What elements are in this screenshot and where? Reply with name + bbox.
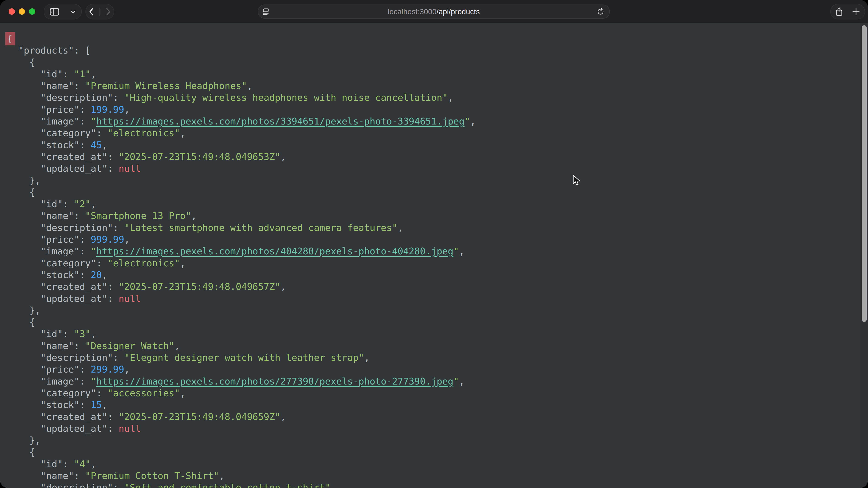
reload-icon [597, 8, 604, 16]
chevron-left-icon [89, 8, 94, 15]
page-format-icon [262, 8, 269, 15]
json-null-value: null [119, 293, 141, 304]
json-line: "category": "electronics", [7, 127, 868, 139]
json-line: "stock": 15, [7, 399, 868, 411]
json-string-value: "Designer Watch" [85, 340, 175, 351]
json-line: "id": "2", [7, 198, 868, 210]
plus-icon [852, 8, 860, 16]
json-line: { [7, 33, 868, 44]
new-tab-button[interactable] [852, 8, 860, 16]
minimize-window-button[interactable] [19, 8, 25, 15]
sidebar-options-button[interactable] [70, 10, 76, 13]
scrollbar-thumb[interactable] [862, 25, 867, 322]
json-string-value: "Soft and comfortable cotton t-shirt" [124, 482, 331, 488]
forward-button[interactable] [106, 8, 111, 15]
url-path: /api/products [436, 7, 480, 16]
json-null-value: null [119, 163, 141, 174]
json-string-value: "Premium Wireless Headphones" [85, 80, 247, 91]
safari-window: localhost:3000/api/products [0, 0, 868, 488]
json-string-value: "Smartphone 13 Pro" [85, 210, 191, 221]
json-url-link[interactable]: https://images.pexels.com/photos/404280/… [96, 246, 454, 257]
json-line: "name": "Designer Watch", [7, 340, 868, 352]
json-null-value: null [119, 423, 141, 434]
json-code: { "products": [ { "id": "1", "name": "Pr… [0, 23, 868, 488]
nav-divider [99, 8, 100, 16]
json-string-value: "electronics" [107, 258, 180, 269]
json-string-value: "Elegant designer watch with leather str… [124, 352, 364, 363]
json-line: "stock": 45, [7, 139, 868, 151]
json-string-value: "electronics" [107, 128, 180, 138]
json-line: "updated_at": null [7, 293, 868, 304]
json-number-value: 999.99 [91, 234, 124, 245]
json-line: }, [7, 434, 868, 446]
json-line: "id": "1", [7, 68, 868, 80]
json-line: "image": "https://images.pexels.com/phot… [7, 246, 868, 257]
url-host: localhost:3000 [388, 7, 436, 16]
json-number-value: 199.99 [91, 104, 124, 115]
root-brace-highlight: { [5, 32, 15, 45]
json-line: "name": "Smartphone 13 Pro", [7, 210, 868, 222]
json-string-value: "2025-07-23T15:49:48.049653Z" [119, 151, 281, 162]
back-button[interactable] [89, 8, 94, 15]
right-button-group [830, 4, 865, 20]
json-line: "updated_at": null [7, 423, 868, 434]
sidebar-button-group [43, 4, 82, 20]
traffic-lights [8, 8, 35, 15]
json-line: "price": 999.99, [7, 234, 868, 246]
json-line: { [7, 446, 868, 458]
json-line: "created_at": "2025-07-23T15:49:48.04965… [7, 411, 868, 423]
json-line: "created_at": "2025-07-23T15:49:48.04965… [7, 281, 868, 293]
json-string-value: "High-quality wireless headphones with n… [124, 92, 448, 103]
url-text: localhost:3000/api/products [258, 7, 610, 16]
json-string-value: "Latest smartphone with advanced camera … [124, 222, 398, 233]
json-number-value: 45 [91, 140, 102, 151]
json-url-link[interactable]: https://images.pexels.com/photos/3394651… [96, 116, 465, 127]
json-line: { [7, 316, 868, 328]
json-string-value: "3" [74, 328, 91, 339]
page-format-button[interactable] [262, 5, 269, 18]
json-number-value: 20 [91, 269, 102, 281]
json-line: { [7, 57, 868, 68]
chevron-down-icon [70, 10, 76, 13]
address-bar[interactable]: localhost:3000/api/products [258, 4, 610, 19]
json-string-value: "2025-07-23T15:49:48.049659Z" [119, 412, 281, 422]
sidebar-icon [50, 8, 59, 15]
json-line: "name": "Premium Wireless Headphones", [7, 80, 868, 92]
json-line: }, [7, 304, 868, 316]
close-window-button[interactable] [8, 8, 15, 15]
json-number-value: 299.99 [91, 364, 124, 375]
json-line: "description": "Soft and comfortable cot… [7, 482, 868, 488]
json-url-link[interactable]: https://images.pexels.com/photos/277390/… [96, 376, 454, 387]
json-line: "id": "4", [7, 458, 868, 470]
page-content: { "products": [ { "id": "1", "name": "Pr… [0, 23, 868, 488]
json-string-value: "Premium Cotton T-Shirt" [85, 470, 219, 481]
json-line: "price": 199.99, [7, 104, 868, 116]
chevron-right-icon [106, 8, 111, 15]
json-line: "price": 299.99, [7, 363, 868, 375]
zoom-window-button[interactable] [29, 8, 35, 15]
json-line: { [7, 186, 868, 198]
json-line: "name": "Premium Cotton T-Shirt", [7, 470, 868, 482]
scrollbar-track[interactable] [860, 23, 868, 488]
json-line: "updated_at": null [7, 163, 868, 174]
json-line: "id": "3", [7, 328, 868, 340]
json-string-value: "2025-07-23T15:49:48.049657Z" [119, 281, 281, 292]
json-line: "description": "Elegant designer watch w… [7, 352, 868, 363]
json-line: "created_at": "2025-07-23T15:49:48.04965… [7, 151, 868, 163]
share-icon [835, 7, 843, 17]
sidebar-toggle-button[interactable] [50, 8, 59, 15]
json-line: "category": "electronics", [7, 257, 868, 269]
json-line: "image": "https://images.pexels.com/phot… [7, 376, 868, 387]
nav-button-group [86, 4, 114, 20]
json-line: "products": [ [7, 44, 868, 56]
json-line: "category": "accessories", [7, 387, 868, 399]
json-line: "description": "High-quality wireless he… [7, 92, 868, 103]
browser-toolbar: localhost:3000/api/products [0, 0, 868, 23]
json-string-value: "accessories" [107, 388, 180, 398]
json-string-value: "1" [74, 69, 91, 79]
json-string-value: "4" [74, 459, 91, 469]
reload-button[interactable] [597, 5, 604, 18]
json-string-value: "2" [74, 199, 91, 209]
share-button[interactable] [835, 7, 843, 17]
json-number-value: 15 [91, 399, 102, 410]
